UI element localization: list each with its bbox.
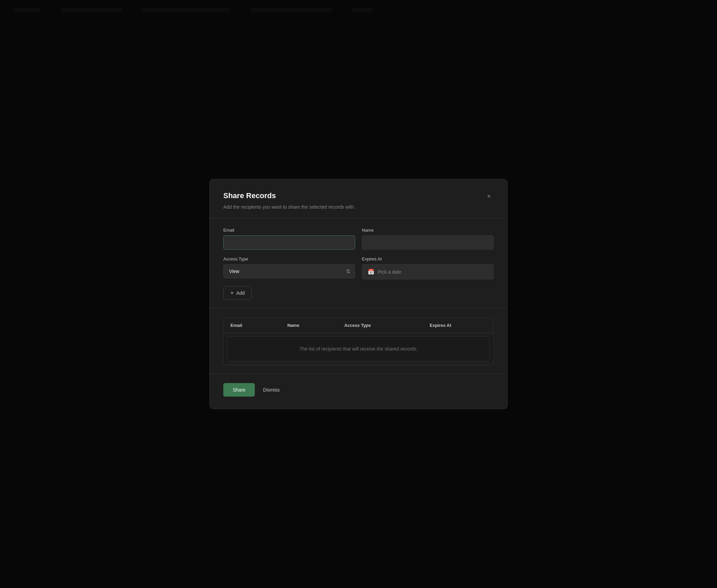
date-placeholder: Pick a date (378, 269, 401, 275)
email-label: Email (223, 228, 355, 233)
col-expires-at: Expires At (430, 323, 487, 328)
calendar-icon: 📅 (368, 269, 374, 275)
col-email: Email (230, 323, 287, 328)
email-group: Email (223, 228, 355, 250)
name-label: Name (362, 228, 494, 233)
dismiss-button[interactable]: Dismiss (260, 383, 282, 397)
table-empty-message: The list of recipients that will receive… (227, 336, 490, 361)
expires-at-group: Expires At 📅 Pick a date (362, 256, 494, 279)
col-access-type: Access Type (344, 323, 430, 328)
name-input[interactable] (362, 235, 494, 250)
access-type-label: Access Type (223, 256, 355, 261)
modal-title: Share Records (223, 191, 276, 200)
form-row-access-expires: Access Type View Edit Admin ⇅ Expires At… (223, 256, 494, 279)
access-type-select[interactable]: View Edit Admin (223, 264, 355, 278)
share-records-modal: Share Records × Add the recipients you w… (209, 179, 508, 409)
modal-footer: Share Dismiss (223, 383, 494, 397)
email-input[interactable] (223, 235, 355, 250)
table-divider (210, 308, 507, 308)
access-type-group: Access Type View Edit Admin ⇅ (223, 256, 355, 279)
table-body: The list of recipients that will receive… (224, 336, 493, 361)
plus-icon: + (230, 290, 233, 296)
table-header: Email Name Access Type Expires At (224, 318, 493, 333)
access-type-wrapper: View Edit Admin ⇅ (223, 264, 355, 278)
recipients-table: Email Name Access Type Expires At The li… (223, 318, 494, 365)
modal-overlay: Share Records × Add the recipients you w… (0, 0, 717, 588)
header-divider (210, 218, 507, 218)
col-name: Name (287, 323, 344, 328)
modal-header: Share Records × (223, 191, 494, 201)
modal-subtitle: Add the recipients you want to share the… (223, 204, 494, 210)
expires-at-label: Expires At (362, 256, 494, 261)
date-picker[interactable]: 📅 Pick a date (362, 264, 494, 279)
form-row-email-name: Email Name (223, 228, 494, 250)
footer-divider (210, 373, 507, 374)
add-button-label: Add (236, 290, 245, 296)
name-group: Name (362, 228, 494, 250)
close-button[interactable]: × (484, 191, 494, 201)
share-button[interactable]: Share (223, 383, 255, 397)
add-button[interactable]: + Add (223, 286, 252, 300)
